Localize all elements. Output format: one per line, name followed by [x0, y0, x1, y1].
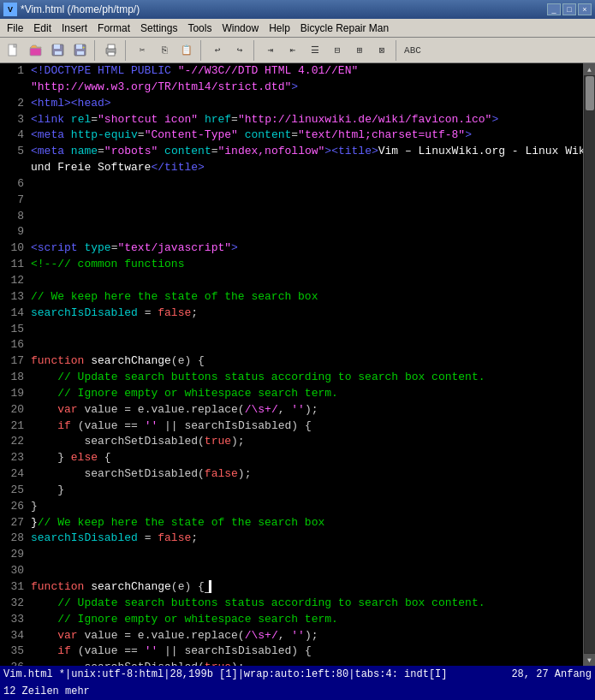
col3-button[interactable]: ⊞: [349, 40, 370, 61]
scroll-track[interactable]: [585, 76, 595, 653]
col2-button[interactable]: ⊟: [327, 40, 348, 61]
svg-text:+: +: [82, 44, 86, 50]
menu-item-bicycle-repair-man[interactable]: Bicycle Repair Man: [295, 21, 394, 36]
status-right: 28, 27 Anfang: [511, 668, 592, 680]
minimize-button[interactable]: _: [547, 3, 561, 15]
open-button[interactable]: [26, 40, 46, 61]
menu-item-format[interactable]: Format: [92, 21, 135, 36]
redo-button[interactable]: ↪: [229, 40, 250, 61]
svg-rect-5: [55, 51, 62, 55]
titlebar: V *Vim.html (/home/ph/tmp/) _ □ ×: [0, 0, 595, 19]
vim-icon: V: [3, 3, 17, 16]
line-numbers: 1 2 3 4 5 6 7 8 9 10 11 12 13 14 15 16 1…: [0, 63, 27, 666]
new-button[interactable]: [3, 40, 24, 61]
titlebar-left: V *Vim.html (/home/ph/tmp/): [3, 3, 140, 16]
menu-item-settings[interactable]: Settings: [135, 21, 182, 36]
sep4: [253, 40, 257, 61]
menu-item-help[interactable]: Help: [264, 21, 295, 36]
toolbar: + ✂ ⎘ 📋 ↩ ↪ ⇥ ⇤ ☰ ⊟ ⊞ ⊠ ABC: [0, 38, 595, 63]
menu-item-tools[interactable]: Tools: [182, 21, 217, 36]
statusbar1: Vim.html *|unix:utf-8:html|28,199b [1]|w…: [0, 666, 595, 683]
indent-button[interactable]: ⇥: [260, 40, 281, 61]
sep1: [94, 40, 98, 61]
cut-button[interactable]: ✂: [132, 40, 152, 61]
svg-rect-4: [54, 44, 60, 49]
save-button[interactable]: [48, 40, 68, 61]
spell-button[interactable]: ABC: [402, 40, 423, 61]
menu-item-file[interactable]: File: [2, 21, 28, 36]
menu-item-window[interactable]: Window: [217, 21, 264, 36]
status-info: 12 Zeilen mehr: [3, 685, 90, 697]
svg-rect-12: [108, 52, 115, 56]
dedent-button[interactable]: ⇤: [283, 40, 303, 61]
svg-rect-2: [30, 48, 41, 56]
copy-button[interactable]: ⎘: [154, 40, 175, 61]
svg-rect-7: [76, 44, 82, 49]
status-left: Vim.html *|unix:utf-8:html|28,199b [1]|w…: [3, 668, 511, 680]
paste-button[interactable]: 📋: [176, 40, 197, 61]
sep3: [200, 40, 204, 61]
sep2: [125, 40, 128, 61]
print-button[interactable]: [101, 40, 122, 61]
editor-container: 1 2 3 4 5 6 7 8 9 10 11 12 13 14 15 16 1…: [0, 63, 595, 666]
col4-button[interactable]: ⊠: [372, 40, 392, 61]
col1-button[interactable]: ☰: [305, 40, 325, 61]
menubar: FileEditInsertFormatSettingsToolsWindowH…: [0, 19, 595, 38]
code-area[interactable]: <!DOCTYPE HTML PUBLIC "-//W3C//DTD HTML …: [27, 63, 583, 666]
sep5: [396, 40, 399, 61]
close-button[interactable]: ×: [578, 3, 592, 15]
undo-button[interactable]: ↩: [207, 40, 228, 61]
scroll-thumb[interactable]: [586, 76, 594, 110]
scroll-up-button[interactable]: ▲: [584, 63, 596, 75]
titlebar-controls: _ □ ×: [547, 3, 592, 15]
svg-rect-8: [77, 51, 84, 55]
svg-rect-1: [14, 44, 16, 47]
maximize-button[interactable]: □: [562, 3, 576, 15]
svg-rect-11: [108, 44, 115, 49]
menu-item-edit[interactable]: Edit: [28, 21, 57, 36]
statusbar2: 12 Zeilen mehr: [0, 683, 595, 700]
scrollbar[interactable]: ▲ ▼: [583, 63, 595, 666]
saveas-button[interactable]: +: [70, 40, 91, 61]
scroll-down-button[interactable]: ▼: [584, 654, 596, 666]
window-title: *Vim.html (/home/ph/tmp/): [21, 3, 140, 15]
menu-item-insert[interactable]: Insert: [57, 21, 92, 36]
